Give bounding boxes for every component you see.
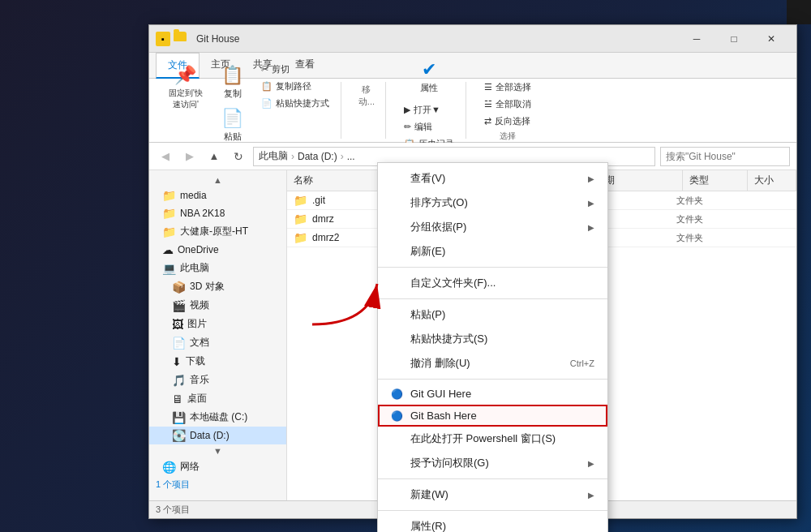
pc-icon: 💻	[162, 262, 176, 275]
col-size[interactable]: 大小	[748, 170, 796, 191]
sidebar-label-onedrive: OneDrive	[178, 244, 219, 255]
breadcrumb-drive: Data (D:)	[298, 151, 337, 162]
ctx-group[interactable]: 分组依据(P) ▶	[378, 215, 607, 239]
drive-d-icon: 💽	[172, 429, 186, 442]
select-none-label: 全部取消	[496, 98, 531, 110]
ctx-paste-label: 粘贴(P)	[410, 307, 445, 322]
open-button[interactable]: ▶ 打开▼	[399, 102, 459, 118]
select-all-label: 全部选择	[496, 81, 531, 93]
sidebar-item-pictures[interactable]: 🖼 图片	[149, 315, 286, 333]
select-all-button[interactable]: ☰ 全部选择	[479, 79, 536, 95]
ctx-paste-shortcut[interactable]: 粘贴快捷方式(S)	[378, 327, 607, 351]
sidebar-item-allitems[interactable]: 1 个项目	[149, 476, 286, 493]
sidebar-label-music: 音乐	[190, 373, 209, 387]
sidebar-scroll-up[interactable]: ▲	[149, 174, 286, 187]
cut-button[interactable]: ✂ 剪切	[256, 62, 334, 77]
sidebar-item-video[interactable]: 🎬 视频	[149, 296, 286, 315]
status-text: 3 个项目	[156, 504, 190, 516]
up-button[interactable]: ▲	[204, 147, 224, 166]
ribbon-group-organize: 移动...	[348, 82, 386, 139]
refresh-button[interactable]: ↻	[229, 147, 248, 166]
sidebar-item-driveD[interactable]: 💽 Data (D:)	[149, 427, 286, 444]
ctx-properties-label: 属性(R)	[410, 519, 446, 532]
ctx-git-bash[interactable]: 🔵 Git Bash Here	[378, 405, 607, 427]
ctx-git-gui[interactable]: 🔵 Git GUI Here	[378, 383, 607, 405]
sidebar-item-jiankang[interactable]: 📁 大健康-原型-HT	[149, 222, 286, 241]
sidebar-item-desktop[interactable]: 🖥 桌面	[149, 389, 286, 408]
ctx-view-label: 查看(V)	[410, 171, 445, 186]
paste-label: 粘贴	[224, 131, 242, 143]
music-icon: 🎵	[172, 374, 186, 387]
folder-icon-dmrz2: 📁	[294, 231, 307, 244]
sidebar-item-media[interactable]: 📁 media	[149, 187, 286, 204]
file-label-git: .git	[312, 195, 325, 206]
ctx-undo[interactable]: 撤消 删除(U) Ctrl+Z	[378, 351, 607, 375]
sidebar-label-driveD: Data (D:)	[190, 430, 230, 441]
maximize-button[interactable]: □	[715, 26, 753, 52]
ctx-new[interactable]: 新建(W) ▶	[378, 483, 607, 507]
pin-label: 固定到'快速访问'	[169, 88, 203, 110]
sidebar-item-downloads[interactable]: ⬇ 下载	[149, 352, 286, 371]
copy-button[interactable]: 📋 复制	[212, 62, 253, 103]
paste-icon: 📄	[221, 108, 243, 129]
search-input[interactable]	[666, 151, 784, 162]
select-group-label: 选择	[500, 131, 516, 142]
breadcrumb-sep1: ›	[291, 151, 294, 162]
ctx-group-label: 分组依据(P)	[410, 220, 466, 234]
breadcrumb-sep2: ›	[341, 151, 344, 162]
paste-shortcut-button[interactable]: 📄 粘贴快捷方式	[256, 96, 334, 111]
copy-path-icon: 📋	[261, 81, 272, 92]
forward-button[interactable]: ▶	[180, 147, 200, 166]
ctx-sep3	[378, 379, 607, 380]
sidebar-item-network[interactable]: 🌐 网络	[149, 457, 286, 476]
ribbon-content: 📌 固定到'快速访问' 📋 复制 📄 粘贴	[149, 79, 796, 142]
ctx-new-arrow: ▶	[588, 491, 594, 500]
sidebar-label-network: 网络	[180, 460, 200, 474]
sidebar-item-thispc[interactable]: 💻 此电脑	[149, 259, 286, 277]
copy-icon: 📋	[221, 65, 243, 86]
open-icon: ▶	[404, 105, 410, 115]
close-button[interactable]: ✕	[753, 26, 790, 52]
file-type-dmrz2: 文件夹	[676, 232, 741, 244]
ctx-customize[interactable]: 自定义文件夹(F)...	[378, 271, 607, 295]
minimize-button[interactable]: ─	[678, 26, 715, 52]
ribbon-small-buttons: ✂ 剪切 📋 复制路径 📄 粘贴快捷方式	[256, 62, 334, 146]
title-bar-folder-icons: ▪	[156, 32, 187, 46]
copy-path-button[interactable]: 📋 复制路径	[256, 79, 334, 94]
sidebar-label-pictures: 图片	[187, 317, 207, 331]
folder-icon-git: 📁	[294, 194, 307, 207]
sidebar-label-driveC: 本地磁盘 (C:)	[190, 410, 247, 424]
pin-to-quickaccess-button[interactable]: 📌 固定到'快速访问'	[162, 62, 209, 146]
cloud-icon: ☁	[162, 243, 174, 256]
sidebar-label-thispc: 此电脑	[180, 261, 209, 275]
ctx-sort[interactable]: 排序方式(O) ▶	[378, 191, 607, 215]
sidebar-scroll-down[interactable]: ▼	[149, 444, 286, 457]
ctx-view[interactable]: 查看(V) ▶	[378, 166, 607, 191]
select-none-button[interactable]: ☱ 全部取消	[479, 97, 536, 112]
ctx-paste[interactable]: 粘贴(P)	[378, 302, 607, 327]
sidebar-item-documents[interactable]: 📄 文档	[149, 333, 286, 352]
taskbar-corner	[787, 0, 811, 24]
ctx-refresh[interactable]: 刷新(E)	[378, 239, 607, 264]
sidebar-item-nba2k18[interactable]: 📁 NBA 2K18	[149, 204, 286, 222]
ctx-properties[interactable]: 属性(R)	[378, 514, 607, 532]
copy-path-label: 复制路径	[276, 80, 311, 92]
sidebar-label-desktop: 桌面	[187, 392, 207, 405]
invert-selection-button[interactable]: ⇄ 反向选择	[479, 114, 536, 129]
back-button[interactable]: ◀	[156, 147, 175, 166]
edit-button[interactable]: ✏ 编辑	[399, 119, 459, 135]
sidebar-label-nba: NBA 2K18	[180, 208, 225, 219]
sidebar-label-3d: 3D 对象	[190, 280, 225, 294]
properties-button[interactable]: ✔ 属性	[409, 56, 449, 97]
sidebar-item-music[interactable]: 🎵 音乐	[149, 371, 286, 389]
ctx-powershell[interactable]: 在此处打开 Powershell 窗口(S)	[378, 427, 607, 451]
paste-button[interactable]: 📄 粘贴	[212, 105, 253, 146]
sidebar-item-3dobjects[interactable]: 📦 3D 对象	[149, 277, 286, 296]
sidebar-item-driveC[interactable]: 💾 本地磁盘 (C:)	[149, 408, 286, 427]
search-box[interactable]	[660, 147, 790, 166]
sidebar-item-onedrive[interactable]: ☁ OneDrive	[149, 241, 286, 259]
col-type[interactable]: 类型	[683, 170, 748, 191]
ctx-grant-access[interactable]: 授予访问权限(G) ▶	[378, 451, 607, 475]
window-title: Git House	[196, 33, 673, 45]
ctx-sep2	[378, 298, 607, 299]
